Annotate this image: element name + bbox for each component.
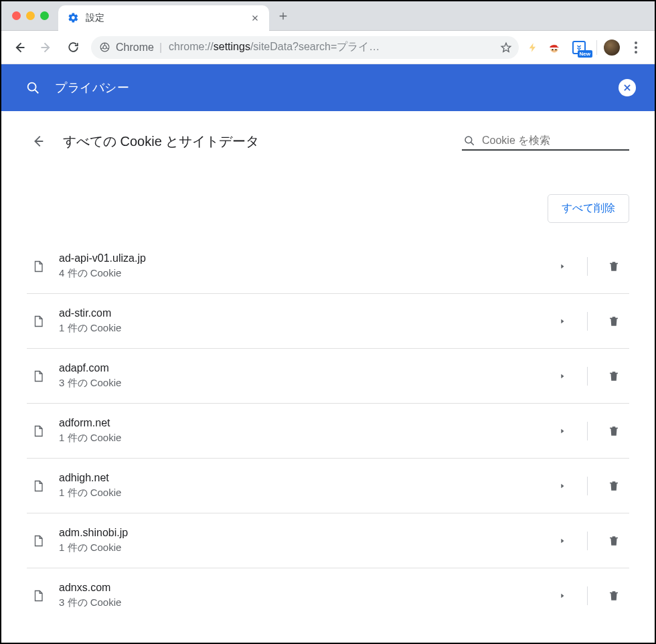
expand-icon[interactable]	[555, 481, 570, 491]
settings-back-button[interactable]	[27, 130, 50, 153]
site-domain: adhigh.net	[59, 472, 543, 484]
search-icon	[463, 135, 475, 147]
amp-icon[interactable]	[525, 40, 540, 55]
settings-search-banner: プライバシー	[1, 64, 655, 111]
document-icon	[29, 259, 47, 274]
extension-santa-icon[interactable]	[547, 40, 562, 55]
site-domain: adm.shinobi.jp	[59, 527, 543, 539]
cookie-search-input[interactable]	[482, 135, 628, 147]
site-cookie-count: 1 件の Cookie	[59, 542, 543, 554]
delete-all-button[interactable]: すべて削除	[548, 194, 629, 223]
row-separator	[587, 422, 588, 440]
settings-search-query[interactable]: プライバシー	[55, 80, 604, 96]
site-row[interactable]: adapf.com3 件の Cookie	[27, 348, 629, 403]
expand-icon[interactable]	[555, 317, 570, 326]
profile-avatar[interactable]	[604, 39, 620, 56]
cookie-search-field[interactable]	[462, 132, 629, 151]
browser-toolbar: Chrome | chrome://settings/siteData?sear…	[1, 31, 655, 64]
window-tab-strip: 設定	[1, 1, 655, 31]
chrome-menu-button[interactable]	[627, 42, 645, 54]
delete-site-button[interactable]	[605, 424, 623, 438]
expand-icon[interactable]	[555, 262, 570, 271]
site-info: adnxs.com3 件の Cookie	[59, 582, 543, 609]
site-domain: adform.net	[59, 417, 543, 429]
delete-site-button[interactable]	[605, 479, 623, 493]
row-separator	[587, 367, 588, 386]
delete-site-button[interactable]	[605, 589, 623, 602]
document-icon	[29, 369, 47, 384]
toolbar-actions: New	[525, 39, 648, 56]
svg-point-8	[465, 137, 472, 143]
site-row[interactable]: adhigh.net1 件の Cookie	[27, 458, 629, 513]
site-info: ad-stir.com1 件の Cookie	[59, 307, 543, 335]
site-cookie-count: 1 件の Cookie	[59, 432, 543, 445]
delete-site-button[interactable]	[605, 534, 623, 548]
extension-new-icon[interactable]: New	[568, 40, 590, 55]
svg-point-3	[557, 44, 560, 47]
bookmark-star-icon[interactable]	[500, 42, 512, 54]
row-separator	[587, 532, 588, 550]
site-domain: adnxs.com	[59, 582, 543, 594]
site-row[interactable]: adnxs.com3 件の Cookie	[27, 568, 629, 623]
site-info: adform.net1 件の Cookie	[59, 417, 543, 445]
svg-point-6	[556, 49, 557, 50]
new-tab-button[interactable]	[273, 6, 293, 26]
site-info: ad-api-v01.uliza.jp4 件の Cookie	[59, 252, 543, 280]
site-info: adapf.com3 件の Cookie	[59, 362, 543, 390]
page-header: すべての Cookie とサイトデータ	[27, 123, 629, 162]
svg-point-5	[552, 49, 554, 50]
window-zoom-button[interactable]	[40, 11, 49, 20]
delete-site-button[interactable]	[605, 260, 623, 273]
tab-close-button[interactable]	[249, 12, 261, 24]
delete-site-button[interactable]	[605, 315, 623, 328]
site-info: adm.shinobi.jp1 件の Cookie	[59, 527, 543, 554]
window-minimize-button[interactable]	[26, 11, 35, 20]
site-cookie-count: 3 件の Cookie	[59, 377, 543, 390]
site-cookie-count: 3 件の Cookie	[59, 596, 543, 609]
site-domain: ad-api-v01.uliza.jp	[59, 252, 543, 264]
gear-icon	[68, 12, 79, 23]
site-info: adhigh.net1 件の Cookie	[59, 472, 543, 499]
nav-reload-button[interactable]	[62, 36, 84, 59]
url-text: chrome://settings/siteData?search=プライ…	[169, 40, 493, 54]
expand-icon[interactable]	[555, 426, 570, 436]
document-icon	[29, 479, 47, 493]
site-cookie-count: 1 件の Cookie	[59, 487, 543, 499]
site-identity-chip[interactable]: Chrome |	[99, 42, 162, 54]
chip-separator: |	[159, 42, 162, 54]
toolbar-separator	[596, 40, 597, 55]
new-label: New	[578, 50, 592, 58]
address-bar[interactable]: Chrome | chrome://settings/siteData?sear…	[91, 36, 519, 59]
site-cookie-count: 4 件の Cookie	[59, 267, 543, 280]
site-domain: adapf.com	[59, 362, 543, 374]
site-row[interactable]: ad-stir.com1 件の Cookie	[27, 293, 629, 348]
row-separator	[587, 586, 588, 605]
window-close-button[interactable]	[12, 11, 21, 20]
site-row[interactable]: adform.net1 件の Cookie	[27, 403, 629, 458]
site-row[interactable]: adm.shinobi.jp1 件の Cookie	[27, 513, 629, 568]
site-data-list: ad-api-v01.uliza.jp4 件の Cookiead-stir.co…	[27, 239, 629, 623]
expand-icon[interactable]	[555, 372, 570, 381]
clear-search-button[interactable]	[619, 79, 636, 96]
row-separator	[587, 477, 588, 495]
nav-forward-button[interactable]	[35, 36, 58, 59]
site-row[interactable]: ad-api-v01.uliza.jp4 件の Cookie	[27, 239, 629, 293]
delete-site-button[interactable]	[605, 370, 623, 383]
site-cookie-count: 1 件の Cookie	[59, 322, 543, 335]
svg-rect-4	[550, 48, 558, 50]
document-icon	[29, 534, 47, 548]
nav-back-button[interactable]	[8, 36, 31, 59]
site-chip-label: Chrome	[116, 42, 154, 54]
browser-tab[interactable]: 設定	[58, 5, 269, 31]
svg-point-1	[103, 46, 106, 49]
row-separator	[587, 257, 588, 276]
expand-icon[interactable]	[555, 591, 570, 600]
chrome-icon	[99, 42, 110, 53]
row-separator	[587, 312, 588, 331]
document-icon	[29, 588, 47, 603]
svg-point-7	[28, 83, 36, 91]
document-icon	[29, 314, 47, 329]
traffic-lights	[1, 11, 58, 20]
document-icon	[29, 424, 47, 438]
expand-icon[interactable]	[555, 536, 570, 546]
